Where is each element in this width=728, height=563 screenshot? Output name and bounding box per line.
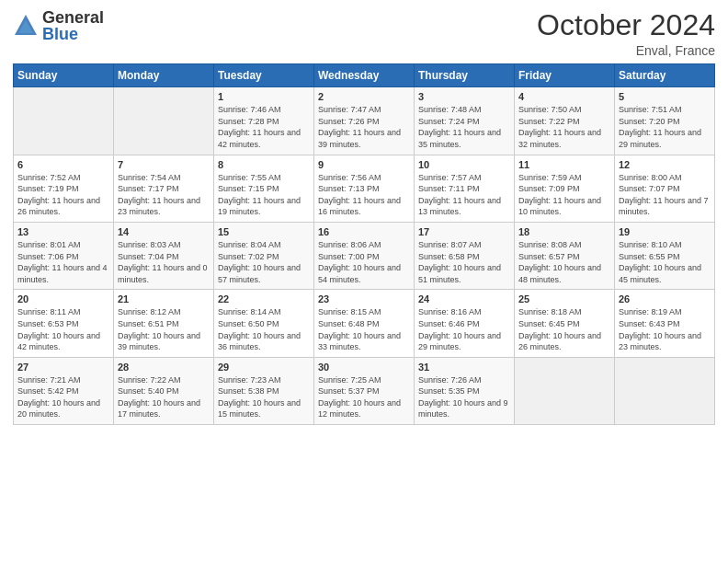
day-number: 27: [17, 362, 109, 373]
day-info: Sunrise: 7:46 AMSunset: 7:28 PMDaylight:…: [218, 104, 310, 150]
calendar-cell: [615, 357, 715, 424]
calendar-cell: 5Sunrise: 7:51 AMSunset: 7:20 PMDaylight…: [615, 87, 715, 155]
calendar-cell: 29Sunrise: 7:23 AMSunset: 5:38 PMDayligh…: [214, 357, 314, 424]
day-info: Sunrise: 8:11 AMSunset: 6:53 PMDaylight:…: [17, 306, 109, 352]
calendar-cell: 14Sunrise: 8:03 AMSunset: 7:04 PMDayligh…: [114, 222, 214, 289]
weekday-header-tuesday: Tuesday: [214, 64, 314, 87]
day-info: Sunrise: 8:04 AMSunset: 7:02 PMDaylight:…: [218, 239, 310, 285]
day-info: Sunrise: 8:14 AMSunset: 6:50 PMDaylight:…: [218, 306, 310, 352]
day-number: 15: [218, 226, 310, 237]
weekday-header-row: SundayMondayTuesdayWednesdayThursdayFrid…: [14, 64, 715, 87]
calendar-cell: 21Sunrise: 8:12 AMSunset: 6:51 PMDayligh…: [114, 290, 214, 357]
page-header: General Blue October 2024 Enval, France: [13, 9, 715, 58]
calendar-cell: 25Sunrise: 8:18 AMSunset: 6:45 PMDayligh…: [515, 290, 615, 357]
weekday-header-saturday: Saturday: [615, 64, 715, 87]
day-number: 6: [17, 159, 109, 170]
day-number: 20: [17, 293, 109, 304]
day-number: 1: [218, 91, 310, 102]
logo: General Blue: [13, 9, 104, 42]
day-info: Sunrise: 7:52 AMSunset: 7:19 PMDaylight:…: [17, 172, 109, 218]
calendar-cell: 17Sunrise: 8:07 AMSunset: 6:58 PMDayligh…: [415, 222, 515, 289]
weekday-header-sunday: Sunday: [14, 64, 114, 87]
weekday-header-wednesday: Wednesday: [314, 64, 415, 87]
day-number: 4: [518, 91, 610, 102]
calendar-cell: 22Sunrise: 8:14 AMSunset: 6:50 PMDayligh…: [214, 290, 314, 357]
day-info: Sunrise: 8:16 AMSunset: 6:46 PMDaylight:…: [418, 306, 510, 352]
calendar-cell: 27Sunrise: 7:21 AMSunset: 5:42 PMDayligh…: [14, 357, 114, 424]
day-info: Sunrise: 7:54 AMSunset: 7:17 PMDaylight:…: [118, 172, 210, 218]
calendar-cell: 13Sunrise: 8:01 AMSunset: 7:06 PMDayligh…: [14, 222, 114, 289]
calendar-cell: 31Sunrise: 7:26 AMSunset: 5:35 PMDayligh…: [415, 357, 515, 424]
location: Enval, France: [537, 43, 715, 58]
calendar-week-row: 27Sunrise: 7:21 AMSunset: 5:42 PMDayligh…: [14, 357, 715, 424]
day-number: 25: [518, 293, 610, 304]
calendar-cell: 23Sunrise: 8:15 AMSunset: 6:48 PMDayligh…: [314, 290, 415, 357]
day-info: Sunrise: 7:21 AMSunset: 5:42 PMDaylight:…: [17, 374, 109, 420]
day-info: Sunrise: 8:12 AMSunset: 6:51 PMDaylight:…: [118, 306, 210, 352]
calendar-week-row: 6Sunrise: 7:52 AMSunset: 7:19 PMDaylight…: [14, 155, 715, 222]
day-number: 7: [118, 159, 210, 170]
day-number: 13: [17, 226, 109, 237]
calendar-cell: 2Sunrise: 7:47 AMSunset: 7:26 PMDaylight…: [314, 87, 415, 155]
day-info: Sunrise: 8:06 AMSunset: 7:00 PMDaylight:…: [318, 239, 410, 285]
calendar-cell: [14, 87, 114, 155]
calendar-cell: 9Sunrise: 7:56 AMSunset: 7:13 PMDaylight…: [314, 155, 415, 222]
day-number: 2: [318, 91, 410, 102]
calendar-cell: 15Sunrise: 8:04 AMSunset: 7:02 PMDayligh…: [214, 222, 314, 289]
day-number: 30: [318, 362, 410, 373]
day-info: Sunrise: 7:57 AMSunset: 7:11 PMDaylight:…: [418, 172, 510, 218]
day-number: 12: [619, 159, 711, 170]
calendar-cell: 3Sunrise: 7:48 AMSunset: 7:24 PMDaylight…: [415, 87, 515, 155]
day-number: 8: [218, 159, 310, 170]
day-number: 29: [218, 362, 310, 373]
day-number: 5: [619, 91, 711, 102]
day-number: 26: [619, 293, 711, 304]
day-info: Sunrise: 7:26 AMSunset: 5:35 PMDaylight:…: [418, 374, 510, 420]
calendar-cell: 1Sunrise: 7:46 AMSunset: 7:28 PMDaylight…: [214, 87, 314, 155]
calendar-cell: 4Sunrise: 7:50 AMSunset: 7:22 PMDaylight…: [515, 87, 615, 155]
calendar-cell: 30Sunrise: 7:25 AMSunset: 5:37 PMDayligh…: [314, 357, 415, 424]
day-number: 9: [318, 159, 410, 170]
logo-blue-text: Blue: [42, 26, 104, 42]
day-info: Sunrise: 8:18 AMSunset: 6:45 PMDaylight:…: [518, 306, 610, 352]
calendar-cell: 6Sunrise: 7:52 AMSunset: 7:19 PMDaylight…: [14, 155, 114, 222]
logo-text: General Blue: [42, 9, 104, 42]
day-info: Sunrise: 7:59 AMSunset: 7:09 PMDaylight:…: [518, 172, 610, 218]
day-info: Sunrise: 8:19 AMSunset: 6:43 PMDaylight:…: [619, 306, 711, 352]
day-info: Sunrise: 8:10 AMSunset: 6:55 PMDaylight:…: [619, 239, 711, 285]
day-info: Sunrise: 7:56 AMSunset: 7:13 PMDaylight:…: [318, 172, 410, 218]
day-number: 23: [318, 293, 410, 304]
day-info: Sunrise: 8:15 AMSunset: 6:48 PMDaylight:…: [318, 306, 410, 352]
calendar-week-row: 1Sunrise: 7:46 AMSunset: 7:28 PMDaylight…: [14, 87, 715, 155]
calendar-table: SundayMondayTuesdayWednesdayThursdayFrid…: [13, 63, 715, 425]
day-info: Sunrise: 8:08 AMSunset: 6:57 PMDaylight:…: [518, 239, 610, 285]
day-number: 24: [418, 293, 510, 304]
day-info: Sunrise: 7:50 AMSunset: 7:22 PMDaylight:…: [518, 104, 610, 150]
title-block: October 2024 Enval, France: [537, 9, 715, 58]
logo-icon: [13, 13, 39, 39]
weekday-header-thursday: Thursday: [415, 64, 515, 87]
day-number: 11: [518, 159, 610, 170]
day-number: 22: [218, 293, 310, 304]
calendar-cell: [114, 87, 214, 155]
calendar-week-row: 20Sunrise: 8:11 AMSunset: 6:53 PMDayligh…: [14, 290, 715, 357]
calendar-cell: 19Sunrise: 8:10 AMSunset: 6:55 PMDayligh…: [615, 222, 715, 289]
day-info: Sunrise: 8:03 AMSunset: 7:04 PMDaylight:…: [118, 239, 210, 285]
day-info: Sunrise: 7:48 AMSunset: 7:24 PMDaylight:…: [418, 104, 510, 150]
weekday-header-friday: Friday: [515, 64, 615, 87]
calendar-cell: 18Sunrise: 8:08 AMSunset: 6:57 PMDayligh…: [515, 222, 615, 289]
day-info: Sunrise: 8:00 AMSunset: 7:07 PMDaylight:…: [619, 172, 711, 218]
day-number: 16: [318, 226, 410, 237]
day-number: 28: [118, 362, 210, 373]
calendar-cell: 12Sunrise: 8:00 AMSunset: 7:07 PMDayligh…: [615, 155, 715, 222]
day-info: Sunrise: 8:01 AMSunset: 7:06 PMDaylight:…: [17, 239, 109, 285]
day-info: Sunrise: 7:51 AMSunset: 7:20 PMDaylight:…: [619, 104, 711, 150]
calendar-cell: [515, 357, 615, 424]
calendar-cell: 8Sunrise: 7:55 AMSunset: 7:15 PMDaylight…: [214, 155, 314, 222]
day-info: Sunrise: 7:55 AMSunset: 7:15 PMDaylight:…: [218, 172, 310, 218]
day-info: Sunrise: 7:25 AMSunset: 5:37 PMDaylight:…: [318, 374, 410, 420]
calendar-cell: 11Sunrise: 7:59 AMSunset: 7:09 PMDayligh…: [515, 155, 615, 222]
day-info: Sunrise: 7:23 AMSunset: 5:38 PMDaylight:…: [218, 374, 310, 420]
calendar-week-row: 13Sunrise: 8:01 AMSunset: 7:06 PMDayligh…: [14, 222, 715, 289]
day-number: 14: [118, 226, 210, 237]
